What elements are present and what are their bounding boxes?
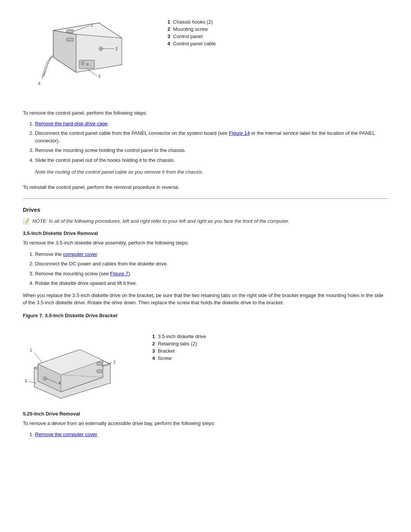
step-3: Remove the mounting screw holding the co… [35, 147, 388, 154]
legend-item-2: 2 Mounting screw [167, 26, 216, 32]
diskette-step-4: Rotate the diskette drive upward and lif… [35, 280, 388, 287]
figure7-section: Figure 7. 3.5-Inch Diskette Drive Bracke… [23, 313, 388, 403]
svg-text:4: 4 [38, 81, 40, 86]
figure7-link[interactable]: Figure 7 [110, 271, 128, 276]
computer-cover-link-1[interactable]: computer cover [63, 251, 97, 257]
diskette-bracket-svg: 1 2 3 4 [23, 322, 129, 402]
diskette-35-section: 3.5-Inch Diskette Drive Removal To remov… [23, 230, 388, 403]
drive-525-intro: To remove a device from an externally ac… [23, 420, 388, 427]
control-panel-steps: To remove the control panel, perform the… [23, 109, 388, 176]
fig7-legend-4: 4 Screw [152, 355, 206, 361]
drive-525-step-1: Remove the computer cover. [35, 431, 388, 438]
control-panel-steps-list: Remove the hard-disk drive cage. Disconn… [35, 120, 388, 164]
routing-note: Note the routing of the control panel ca… [35, 168, 388, 176]
control-panel-svg: 1 2 3 4 [23, 15, 145, 99]
step-4: Slide the control panel out of the hooks… [35, 157, 388, 164]
svg-rect-5 [67, 30, 73, 33]
figure14-link[interactable]: Figure 14 [229, 130, 250, 136]
svg-text:3: 3 [98, 74, 100, 78]
svg-text:1: 1 [91, 23, 93, 27]
svg-rect-6 [67, 38, 73, 41]
legend-item-3: 3 Control panel [167, 34, 216, 39]
svg-rect-27 [97, 370, 102, 373]
diskette-step-3: Remove the mounting screw (see Figure 7)… [35, 270, 388, 278]
svg-rect-11 [81, 62, 84, 65]
svg-line-33 [34, 353, 42, 362]
legend-item-1: 1 Chassis hooks (2) [167, 19, 216, 25]
step-1: Remove the hard-disk drive cage. [35, 120, 388, 128]
section-divider [23, 198, 388, 199]
figure7-legend-list: 1 3.5-inch diskette drive 2 Retaining ta… [152, 334, 206, 361]
control-panel-intro: To remove the control panel, perform the… [23, 109, 388, 117]
svg-text:1: 1 [30, 348, 32, 352]
svg-text:2: 2 [115, 46, 118, 51]
drives-heading: Drives [23, 206, 388, 213]
svg-point-12 [86, 63, 89, 66]
diskette-step-2: Disconnect the DC power and cables from … [35, 260, 388, 268]
diskette-35-body: When you replace the 3.5-inch diskette d… [23, 292, 388, 307]
figure7-caption: Figure 7. 3.5-Inch Diskette Drive Bracke… [23, 313, 388, 318]
svg-text:2: 2 [113, 360, 116, 364]
drive-525-steps: Remove the computer cover. [35, 431, 388, 438]
step-2: Disconnect the control panel cable from … [35, 129, 388, 144]
svg-text:3: 3 [25, 379, 27, 383]
fig7-legend-1: 1 3.5-inch diskette drive [152, 334, 206, 339]
diskette-35-heading: 3.5-Inch Diskette Drive Removal [23, 230, 388, 236]
svg-marker-1 [53, 30, 76, 72]
diskette-step-1: Remove the computer cover. [35, 251, 388, 258]
control-panel-figure: 1 2 3 4 [23, 15, 152, 100]
diskette-35-steps: Remove the computer cover. Disconnect th… [35, 251, 388, 287]
top-legend: 1 Chassis hooks (2) 2 Mounting screw 3 C… [167, 15, 216, 48]
hard-disk-link[interactable]: Remove the hard-disk drive cage [35, 121, 108, 126]
note-icon: 📝 [23, 218, 29, 224]
svg-text:4: 4 [58, 381, 61, 385]
top-legend-list: 1 Chassis hooks (2) 2 Mounting screw 3 C… [167, 19, 216, 46]
figure7-image: 1 2 3 4 [23, 322, 137, 403]
diskette-35-intro: To remove the 3.5-inch diskette drive as… [23, 239, 388, 247]
drives-note-block: 📝 NOTE: In all of the following procedur… [23, 218, 388, 224]
figure7-row: 1 2 3 4 1 [23, 322, 388, 403]
figure7-legend: 1 3.5-inch diskette drive 2 Retaining ta… [152, 322, 206, 363]
computer-cover-link-2[interactable]: Remove the computer cover [35, 431, 97, 437]
top-figure-section: 1 2 3 4 1 Chassis hooks (2) 2 Mounting s… [23, 15, 388, 100]
fig7-legend-3: 3 Bracket [152, 348, 206, 354]
drive-525-heading: 5.25-Inch Drive Removal [23, 411, 388, 417]
drive-525-section: 5.25-Inch Drive Removal To remove a devi… [23, 411, 388, 438]
drives-note: NOTE: In all of the following procedures… [32, 218, 290, 224]
drives-section: Drives 📝 NOTE: In all of the following p… [23, 206, 388, 438]
reinstall-text: To reinstall the control panel, perform … [23, 184, 388, 191]
legend-item-4: 4 Control panel cable [167, 41, 216, 46]
svg-rect-26 [97, 362, 102, 365]
fig7-legend-2: 2 Retaining tabs (2) [152, 341, 206, 347]
